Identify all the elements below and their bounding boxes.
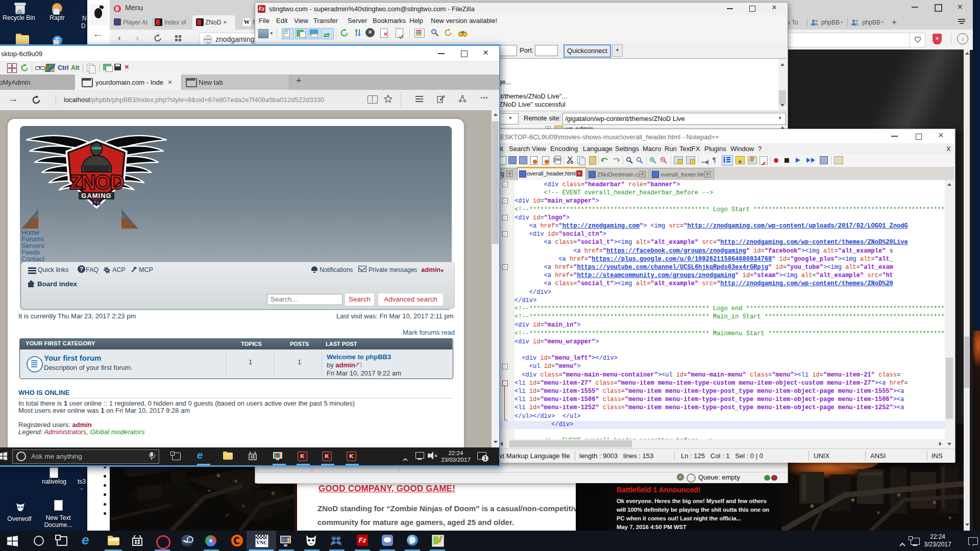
svg-text:ZNOD: ZNOD <box>69 171 124 193</box>
svg-text:GAMING: GAMING <box>81 192 111 199</box>
